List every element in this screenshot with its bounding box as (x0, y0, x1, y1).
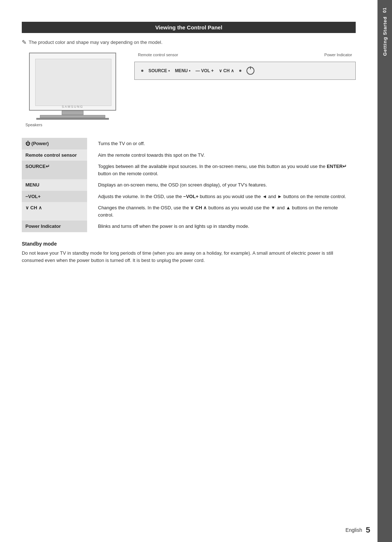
description-table: ⏻ (Power) Turns the TV on or off. Remote… (22, 138, 356, 232)
section-number: 01 (382, 7, 387, 13)
row-desc-sensor: Aim the remote control towards this spot… (87, 149, 356, 161)
row-label-power: ⏻ (Power) (22, 138, 87, 149)
power-indicator-label: Power Indicator (324, 53, 352, 57)
tv-illustration: SAMSUNG Speakers (22, 53, 123, 127)
remote-sensor-label: Remote control sensor (138, 53, 178, 57)
table-row: −VOL+ Adjusts the volume. In the OSD, us… (22, 191, 356, 202)
row-desc-power: Turns the TV on or off. (87, 138, 356, 149)
table-row: ⏻ (Power) Turns the TV on or off. (22, 138, 356, 149)
page-footer: English 5 (346, 525, 370, 535)
source-button: SOURCE • (148, 68, 170, 73)
diagram-area: SAMSUNG Speakers Remote control sensor P… (22, 53, 356, 127)
note-text: The product color and shape may vary dep… (29, 40, 163, 45)
tv-screen-inner (35, 59, 111, 106)
menu-button: MENU • (175, 68, 191, 73)
row-desc-menu: Displays an on-screen menu, the OSD (on … (87, 179, 356, 191)
row-label-source: SOURCE↵ (22, 161, 87, 179)
page-number: 5 (366, 525, 370, 535)
note-line: ✎ The product color and shape may vary d… (22, 40, 356, 45)
tv-screen-border: SAMSUNG (29, 53, 116, 111)
side-tab: 01 Getting Started (377, 0, 392, 542)
row-label-vol: −VOL+ (22, 191, 87, 202)
table-row: Power Indicator Blinks and turns off whe… (22, 221, 356, 232)
row-desc-indicator: Blinks and turns off when the power is o… (87, 221, 356, 232)
row-label-indicator: Power Indicator (22, 221, 87, 232)
control-bar: SOURCE • MENU • — VOL + ∨ CH ∧ (134, 62, 356, 80)
standby-section: Standby mode Do not leave your TV in sta… (22, 241, 356, 265)
section-title-text: Viewing the Control Panel (155, 24, 222, 30)
control-dot-1 (141, 70, 143, 72)
tv-base (40, 115, 105, 118)
section-title: Getting Started (382, 16, 388, 56)
control-dot-2 (239, 70, 241, 72)
table-row: ∨ CH ∧ Changes the channels. In the OSD,… (22, 202, 356, 221)
tv-base-foot (36, 118, 109, 120)
language-label: English (346, 527, 362, 533)
row-label-ch: ∨ CH ∧ (22, 202, 87, 221)
speakers-label: Speakers (25, 123, 123, 127)
vol-button: — VOL + (196, 68, 214, 73)
row-desc-source: Toggles between all the available input … (87, 161, 356, 179)
row-desc-vol: Adjusts the volume. In the OSD, use the … (87, 191, 356, 202)
table-row: MENU Displays an on-screen menu, the OSD… (22, 179, 356, 191)
power-button (246, 67, 254, 75)
section-title-bar: Viewing the Control Panel (22, 22, 356, 33)
row-label-sensor: Remote control sensor (22, 149, 87, 161)
tv-brand-label: SAMSUNG (30, 105, 115, 108)
table-row: Remote control sensor Aim the remote con… (22, 149, 356, 161)
standby-title: Standby mode (22, 241, 356, 247)
row-desc-ch: Changes the channels. In the OSD, use th… (87, 202, 356, 221)
note-icon: ✎ (22, 40, 26, 45)
control-labels-row: Remote control sensor Power Indicator (134, 53, 356, 57)
row-label-menu: MENU (22, 179, 87, 191)
tv-neck (62, 111, 83, 115)
table-row: SOURCE↵ Toggles between all the availabl… (22, 161, 356, 179)
control-panel-area: Remote control sensor Power Indicator SO… (134, 53, 356, 80)
ch-button: ∨ CH ∧ (219, 68, 234, 73)
standby-text: Do not leave your TV in standby mode for… (22, 250, 356, 265)
page-content: Viewing the Control Panel ✎ The product … (0, 0, 377, 542)
